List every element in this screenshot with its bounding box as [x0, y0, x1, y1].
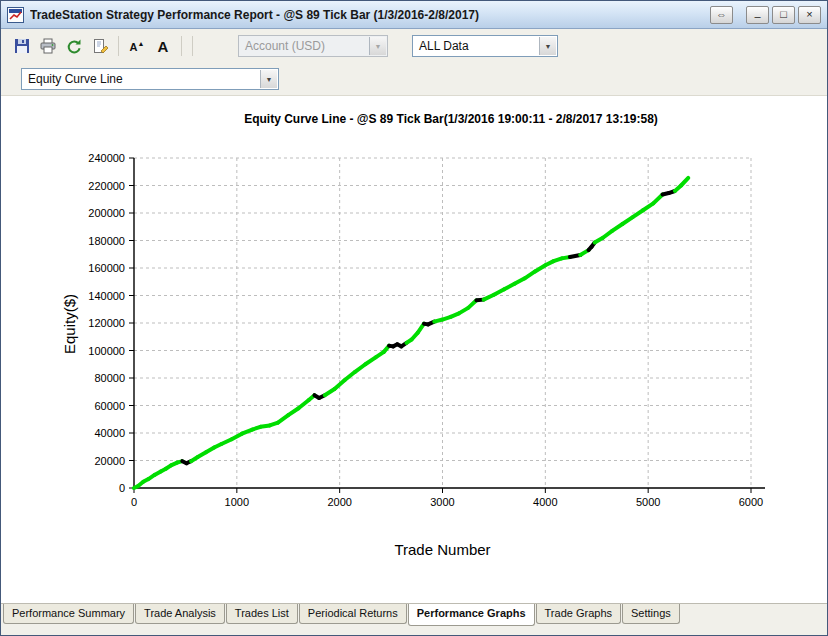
graph-type-combobox[interactable]: Equity Curve Line ▼ — [21, 68, 279, 90]
svg-text:4000: 4000 — [533, 496, 557, 508]
svg-text:180000: 180000 — [88, 235, 125, 247]
toolbar-separator — [118, 36, 119, 56]
font-increase-button[interactable]: A▲ — [124, 34, 150, 58]
font-decrease-button[interactable]: A — [150, 34, 176, 58]
equity-curve-chart: 0100020003000400050006000020000400006000… — [56, 136, 771, 516]
svg-text:0: 0 — [131, 496, 137, 508]
graph-selector-row: Equity Curve Line ▼ — [1, 63, 827, 95]
svg-text:1000: 1000 — [225, 496, 249, 508]
minimize-button[interactable]: – — [746, 6, 769, 24]
font-decrease-label: A — [158, 38, 169, 55]
save-icon — [13, 37, 31, 55]
minimize-icon: – — [754, 9, 760, 24]
svg-text:3000: 3000 — [430, 496, 454, 508]
maximize-icon: □ — [780, 8, 787, 20]
svg-text:5000: 5000 — [636, 496, 660, 508]
svg-text:80000: 80000 — [94, 372, 125, 384]
close-button[interactable]: × — [798, 6, 821, 24]
svg-text:60000: 60000 — [94, 400, 125, 412]
dropdown-arrow-icon: ▼ — [260, 70, 277, 88]
data-range-combobox-value: ALL Data — [419, 39, 469, 53]
data-range-combobox[interactable]: ALL Data ▼ — [412, 35, 558, 57]
font-increase-label: A — [130, 40, 138, 52]
refresh-button[interactable] — [61, 34, 87, 58]
refresh-icon — [65, 37, 83, 55]
app-icon — [7, 7, 24, 23]
toolbar-separator — [181, 36, 182, 56]
toolbar: A▲ A Account (USD) ▼ ALL Data ▼ — [1, 29, 827, 63]
account-combobox-value: Account (USD) — [245, 39, 325, 53]
save-button[interactable] — [9, 34, 35, 58]
print-button[interactable] — [35, 34, 61, 58]
dropdown-arrow-icon: ▼ — [369, 37, 386, 55]
account-combobox[interactable]: Account (USD) ▼ — [238, 35, 388, 57]
svg-text:100000: 100000 — [88, 345, 125, 357]
close-icon: × — [806, 8, 812, 20]
svg-text:120000: 120000 — [88, 317, 125, 329]
report-tabbar: Performance Summary Trade Analysis Trade… — [1, 603, 827, 636]
tab-periodical-returns[interactable]: Periodical Returns — [299, 604, 407, 624]
maximize-button[interactable]: □ — [772, 6, 795, 24]
graph-type-combobox-value: Equity Curve Line — [28, 72, 123, 86]
svg-text:200000: 200000 — [88, 207, 125, 219]
caret-up-icon: ▲ — [138, 40, 145, 47]
svg-text:0: 0 — [119, 482, 125, 494]
svg-text:140000: 140000 — [88, 290, 125, 302]
svg-text:2000: 2000 — [327, 496, 351, 508]
tab-settings[interactable]: Settings — [622, 604, 680, 624]
svg-text:6000: 6000 — [739, 496, 763, 508]
window-title: TradeStation Strategy Performance Report… — [30, 8, 707, 22]
svg-text:220000: 220000 — [88, 180, 125, 192]
page-edit-icon — [91, 37, 109, 55]
svg-text:160000: 160000 — [88, 262, 125, 274]
svg-text:240000: 240000 — [88, 152, 125, 164]
edit-report-button[interactable] — [87, 34, 113, 58]
tab-performance-summary[interactable]: Performance Summary — [3, 604, 134, 624]
tab-performance-graphs[interactable]: Performance Graphs — [408, 604, 535, 626]
svg-text:20000: 20000 — [94, 455, 125, 467]
dock-icon: ⇔ — [716, 8, 727, 20]
svg-text:40000: 40000 — [94, 427, 125, 439]
titlebar: TradeStation Strategy Performance Report… — [1, 1, 827, 29]
dock-button[interactable]: ⇔ — [710, 6, 733, 24]
chart-panel: Equity Curve Line - @S 89 Tick Bar(1/3/2… — [1, 95, 827, 603]
tab-trade-analysis[interactable]: Trade Analysis — [135, 604, 225, 624]
toolbar-separator — [192, 36, 193, 56]
tradestation-report-window: TradeStation Strategy Performance Report… — [0, 0, 828, 636]
print-icon — [39, 37, 57, 55]
x-axis-label: Trade Number — [134, 541, 751, 558]
tab-trades-list[interactable]: Trades List — [226, 604, 298, 624]
chart-title: Equity Curve Line - @S 89 Tick Bar(1/3/2… — [111, 112, 791, 126]
tab-trade-graphs[interactable]: Trade Graphs — [536, 604, 621, 624]
dropdown-arrow-icon: ▼ — [539, 37, 556, 55]
